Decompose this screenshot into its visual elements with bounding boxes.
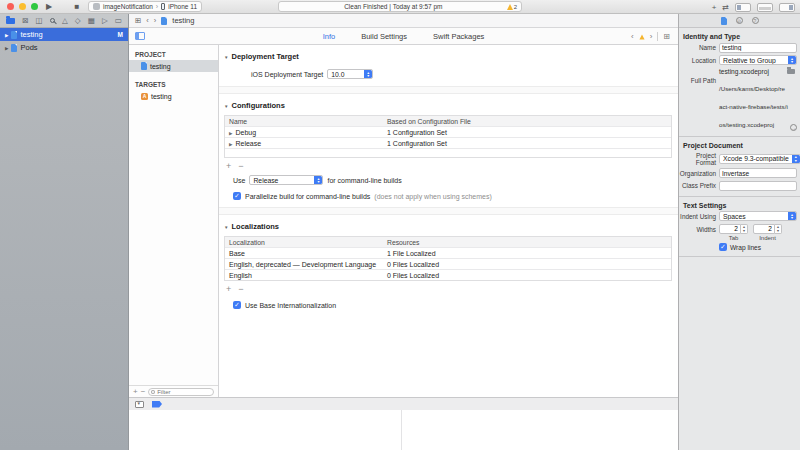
dropdown-caret-icon xyxy=(314,176,322,184)
dropdown-caret-icon xyxy=(792,155,800,163)
breakpoints-toggle-icon[interactable] xyxy=(152,401,162,408)
zoom-window-button[interactable] xyxy=(31,3,38,10)
table-row[interactable]: Debug 1 Configuration Set xyxy=(225,126,671,137)
name-field[interactable] xyxy=(719,43,797,53)
ios-deployment-target-select[interactable]: 10.0 xyxy=(327,69,373,79)
editor-arrows-icon[interactable]: ⇄ xyxy=(722,3,729,12)
disclosure-icon[interactable] xyxy=(5,30,8,39)
forward-button[interactable]: › xyxy=(154,16,157,25)
localizations-section-header[interactable]: Localizations xyxy=(224,222,678,231)
column-header-name[interactable]: Name xyxy=(225,116,383,126)
indent-using-select[interactable]: Spaces xyxy=(719,211,797,221)
find-navigator-icon[interactable] xyxy=(50,18,55,23)
table-row[interactable]: English 0 Files Localized xyxy=(225,269,671,280)
stop-button[interactable]: ■ xyxy=(70,0,84,14)
issues-back-button[interactable]: ‹ xyxy=(631,32,634,41)
modified-badge: M xyxy=(118,31,123,38)
indent-width-input[interactable] xyxy=(753,224,775,234)
editor-tab-bar: Info Build Settings Swift Packages ‹ › ⊞ xyxy=(129,28,678,45)
file-name-value: testing.xcodeproj xyxy=(719,68,787,75)
column-header-resources[interactable]: Resources xyxy=(383,237,671,247)
disclosure-icon[interactable] xyxy=(5,43,8,52)
table-row[interactable]: Release 1 Configuration Set xyxy=(225,137,671,148)
configurations-section-header[interactable]: Configurations xyxy=(224,101,678,110)
run-button[interactable]: ▶ xyxy=(42,0,56,14)
hide-console-icon[interactable] xyxy=(135,401,144,408)
use-suffix-label: for command-line builds xyxy=(327,177,401,184)
source-control-navigator-icon[interactable]: ⊠ xyxy=(22,14,28,28)
remove-configuration-button[interactable]: − xyxy=(238,162,243,170)
tab-width-stepper[interactable]: ▴▾ xyxy=(741,224,748,234)
column-header-based[interactable]: Based on Configuration File xyxy=(383,116,671,126)
tab-swift-packages[interactable]: Swift Packages xyxy=(433,32,484,41)
disclosure-icon[interactable] xyxy=(229,140,232,147)
reveal-folder-icon[interactable] xyxy=(787,69,795,74)
remove-localization-button[interactable]: − xyxy=(238,285,243,293)
disclosure-icon[interactable] xyxy=(229,129,232,136)
open-in-finder-icon[interactable]: → xyxy=(790,124,797,131)
command-line-config-select[interactable]: Release xyxy=(249,175,323,185)
console-divider[interactable] xyxy=(401,410,402,450)
warning-count-badge[interactable]: 2 xyxy=(507,4,517,10)
table-row[interactable]: English, deprecated — Development Langua… xyxy=(225,258,671,269)
breakpoint-navigator-icon[interactable]: ▷ xyxy=(102,14,108,28)
indent-width-stepper[interactable]: ▴▾ xyxy=(775,224,782,234)
parallelize-checkbox[interactable] xyxy=(233,192,241,200)
quick-help-icon[interactable]: ? xyxy=(752,17,759,24)
deployment-target-section-header[interactable]: Deployment Target xyxy=(224,52,678,61)
issue-navigator-icon[interactable]: △ xyxy=(62,14,68,28)
inspector-tab-bar: ⊘ ? xyxy=(679,14,800,28)
file-inspector-icon[interactable] xyxy=(721,17,727,25)
toggle-inspector-button[interactable] xyxy=(779,3,795,12)
column-header-localization[interactable]: Localization xyxy=(225,237,383,247)
table-row[interactable]: Base 1 File Localized xyxy=(225,247,671,258)
related-items-icon[interactable]: ⊞ xyxy=(135,16,141,25)
location-select[interactable]: Relative to Group xyxy=(719,55,797,65)
filter-input[interactable] xyxy=(157,389,211,395)
library-button[interactable]: + xyxy=(712,3,717,12)
navigator-item-pods[interactable]: Pods xyxy=(0,41,128,54)
tab-build-settings[interactable]: Build Settings xyxy=(361,32,407,41)
debug-console xyxy=(129,410,678,450)
remove-target-button[interactable]: − xyxy=(141,387,146,396)
text-settings-section: Text Settings Indent Using Spaces Widths… xyxy=(679,197,800,258)
issues-forward-button[interactable]: › xyxy=(650,32,653,41)
section-title: Identity and Type xyxy=(683,33,797,40)
symbol-navigator-icon[interactable]: ◫ xyxy=(36,14,43,28)
app-target-icon: A xyxy=(141,93,148,100)
close-window-button[interactable] xyxy=(7,3,14,10)
report-navigator-icon[interactable]: ▭ xyxy=(115,14,122,28)
grid-view-icon[interactable]: ⊞ xyxy=(663,32,670,41)
disclosure-icon[interactable] xyxy=(224,222,228,231)
tab-width-input[interactable] xyxy=(719,224,741,234)
tab-info[interactable]: Info xyxy=(323,32,336,41)
add-target-button[interactable]: + xyxy=(133,387,138,396)
toggle-navigator-button[interactable] xyxy=(735,3,751,12)
section-title: Localizations xyxy=(231,222,279,231)
debug-navigator-icon[interactable]: ▦ xyxy=(88,14,95,28)
project-navigator-icon[interactable] xyxy=(6,18,15,24)
base-internationalization-checkbox[interactable] xyxy=(233,301,241,309)
class-prefix-field[interactable] xyxy=(719,181,797,191)
toggle-outline-column-icon[interactable] xyxy=(135,32,145,40)
disclosure-icon[interactable] xyxy=(224,52,228,61)
history-inspector-icon[interactable]: ⊘ xyxy=(736,17,743,24)
targets-section-header: TARGETS xyxy=(135,81,218,88)
organization-field[interactable] xyxy=(719,168,797,178)
project-format-select[interactable]: Xcode 9.3-compatible xyxy=(719,154,800,164)
disclosure-icon[interactable] xyxy=(224,101,228,110)
filter-icon xyxy=(151,390,155,394)
wrap-lines-checkbox[interactable] xyxy=(719,243,727,251)
navigator-item-testing[interactable]: testing M xyxy=(0,28,128,41)
add-configuration-button[interactable]: + xyxy=(226,162,231,170)
jumpbar-file-name[interactable]: testing xyxy=(172,16,194,25)
back-button[interactable]: ‹ xyxy=(146,16,149,25)
scheme-selector[interactable]: imageNotification › iPhone 11 xyxy=(88,1,202,12)
outline-target-item[interactable]: A testing xyxy=(129,90,218,102)
toggle-debug-area-button[interactable] xyxy=(757,3,773,12)
minimize-window-button[interactable] xyxy=(19,3,26,10)
outline-project-item[interactable]: testing xyxy=(129,60,218,72)
add-localization-button[interactable]: + xyxy=(226,285,231,293)
test-navigator-icon[interactable]: ◇ xyxy=(75,14,81,28)
dropdown-caret-icon xyxy=(364,70,372,78)
